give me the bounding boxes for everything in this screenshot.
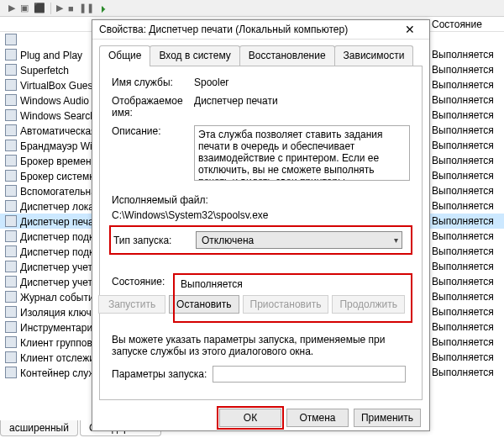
service-state-cell: Выполняется — [428, 94, 504, 106]
service-state-cell: Выполняется — [428, 336, 504, 348]
resume-button: Продолжить — [332, 295, 405, 314]
tab-logon[interactable]: Вход в систему — [150, 45, 239, 66]
value-exe-path: C:\Windows\System32\spoolsv.exe — [112, 209, 410, 221]
label-params: Параметры запуска: — [112, 368, 213, 380]
ok-button[interactable]: ОК — [219, 409, 281, 427]
cancel-button[interactable]: Отмена — [286, 409, 349, 427]
tab-extended[interactable]: асширенный — [0, 420, 78, 436]
toolbar-icon[interactable]: ▣ — [20, 3, 29, 13]
service-state-cell: Выполняется — [428, 321, 504, 333]
tab-recovery[interactable]: Восстановление — [239, 45, 335, 66]
chevron-down-icon: ▾ — [394, 235, 398, 245]
startup-type-value: Отключена — [202, 235, 254, 246]
toolbar-icon[interactable]: ▶ — [8, 3, 15, 13]
service-state-cell: Выполняется — [428, 245, 504, 257]
service-state-cell: Выполняется — [428, 215, 504, 227]
service-state-cell: Выполняется — [428, 200, 504, 212]
tab-general-body: Имя службы: Spooler Отображаемое имя: Ди… — [99, 66, 423, 400]
value-service-name: Spooler — [194, 77, 410, 88]
close-icon[interactable]: ✕ — [397, 20, 423, 39]
toolbar-icon[interactable]: ⬛ — [34, 3, 45, 13]
apply-button[interactable]: Применить — [354, 409, 421, 427]
pause-button: Приостановить — [243, 295, 329, 314]
tab-depends[interactable]: Зависимости — [334, 45, 414, 66]
service-state-cell: Выполняется — [428, 185, 504, 197]
dialog-tabs: Общие Вход в систему Восстановление Зави… — [92, 40, 429, 66]
toolbar: ▶ ▣ ⬛ ▶ ■ ❚❚ ⏵ — [0, 0, 504, 17]
dialog-titlebar: Свойства: Диспетчер печати (Локальный ко… — [92, 20, 429, 40]
dialog-title: Свойства: Диспетчер печати (Локальный ко… — [99, 24, 397, 35]
toolbar-play-icon[interactable]: ▶ — [56, 3, 63, 13]
service-state-cell: Выполняется — [428, 306, 504, 318]
label-exe: Исполняемый файл: — [112, 194, 410, 206]
label-startup-type: Тип запуска: — [113, 235, 196, 246]
params-note: Вы можете указать параметры запуска, при… — [112, 334, 410, 357]
service-state-cell: Выполняется — [428, 230, 504, 242]
service-state-cell: Выполняется — [428, 64, 504, 76]
service-state-cell: Выполняется — [428, 261, 504, 272]
toolbar-restart-icon[interactable]: ⏵ — [99, 3, 108, 13]
service-state-cell: Выполняется — [428, 155, 504, 166]
service-state-cell: Выполняется — [428, 124, 504, 136]
service-state-cell: Выполняется — [428, 79, 504, 91]
service-state-cell: Выполняется — [428, 170, 504, 182]
col-state-header[interactable]: Состояние — [428, 18, 504, 30]
service-properties-dialog: Свойства: Диспетчер печати (Локальный ко… — [92, 19, 430, 431]
stop-button[interactable]: Остановить — [169, 295, 239, 314]
tab-general[interactable]: Общие — [99, 45, 150, 66]
service-state-cell: Выполняется — [428, 367, 504, 378]
value-display-name: Диспетчер печати — [194, 95, 410, 119]
service-state-cell: Выполняется — [428, 109, 504, 121]
startup-type-select[interactable]: Отключена ▾ — [196, 231, 402, 249]
value-description[interactable]: Эта служба позволяет ставить задания печ… — [194, 125, 410, 181]
service-state-cell: Выполняется — [428, 140, 504, 151]
service-state-cell: Выполняется — [428, 291, 504, 303]
label-display-name: Отображаемое имя: — [112, 95, 194, 119]
label-description: Описание: — [112, 125, 194, 181]
service-state-cell: Выполняется — [428, 276, 504, 288]
dialog-buttons: ОК Отмена Применить — [92, 400, 429, 435]
toolbar-stop-icon[interactable]: ■ — [68, 3, 74, 13]
label-service-name: Имя службы: — [112, 77, 194, 88]
service-state-cell: Выполняется — [428, 351, 504, 363]
startup-params-input[interactable] — [213, 366, 406, 383]
toolbar-pause-icon[interactable]: ❚❚ — [79, 3, 94, 13]
label-state: Состояние: — [112, 276, 176, 288]
start-button: Запустить — [98, 295, 165, 314]
service-state-cell: Выполняется — [428, 49, 504, 61]
value-state: Выполняется — [181, 278, 405, 290]
